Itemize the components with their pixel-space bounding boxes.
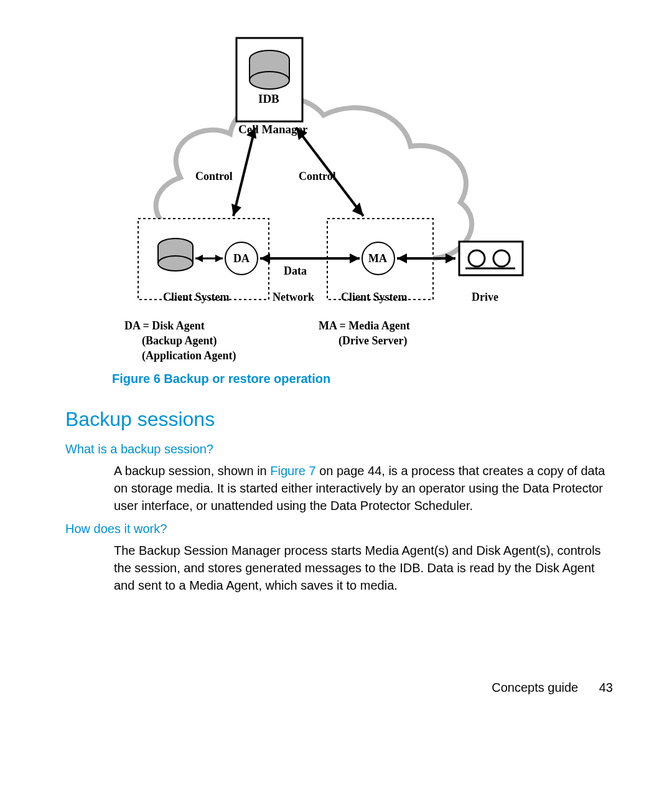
diagram-label-drive: Drive (472, 291, 498, 304)
section-heading-backup-sessions: Backup sessions (65, 408, 215, 431)
diagram-label-idb: IDB (258, 92, 279, 106)
subheading-how-does-it-work: How does it work? (65, 522, 167, 536)
svg-point-9 (158, 256, 193, 271)
svg-line-28 (233, 128, 255, 216)
figure-7-link[interactable]: Figure 7 (270, 464, 315, 478)
diagram-label-client-right: Client System (341, 291, 408, 304)
diagram-legend-da-2: (Backup Agent) (142, 334, 217, 347)
diagram-label-network: Network (273, 291, 314, 304)
figure-caption: Figure 6 Backup or restore operation (112, 372, 330, 386)
footer-title: Concepts guide (492, 681, 578, 694)
diagram-label-ma: MA (368, 252, 387, 265)
svg-point-3 (250, 72, 289, 89)
diagram-legend-da-1: DA = Disk Agent (124, 319, 205, 333)
page: IDB Cell Manager Control Control DA MA D… (0, 0, 672, 807)
diagram-label-da: DA (233, 252, 250, 265)
diagram-label-control-left: Control (195, 170, 233, 183)
diagram-label-data: Data (284, 265, 307, 278)
diagram-legend-da-3: (Application Agent) (142, 349, 236, 362)
paragraph-1: A backup session, shown in Figure 7 on p… (114, 462, 605, 514)
diagram-label-client-left: Client System (163, 291, 230, 304)
para1-pre: A backup session, shown in (114, 464, 270, 478)
diagram-legend-ma-1: MA = Media Agent (319, 319, 410, 333)
diagram-label-cell-manager: Cell Manager (238, 123, 307, 136)
diagram-legend-ma-2: (Drive Server) (338, 334, 407, 347)
figure-diagram: IDB Cell Manager Control Control DA MA D… (112, 34, 560, 374)
footer-page-number: 43 (599, 681, 613, 694)
page-footer: Concepts guide 43 (492, 681, 613, 695)
paragraph-2: The Backup Session Manager process start… (114, 542, 605, 594)
subheading-what-is: What is a backup session? (65, 442, 213, 456)
diagram-label-control-right: Control (299, 170, 336, 183)
